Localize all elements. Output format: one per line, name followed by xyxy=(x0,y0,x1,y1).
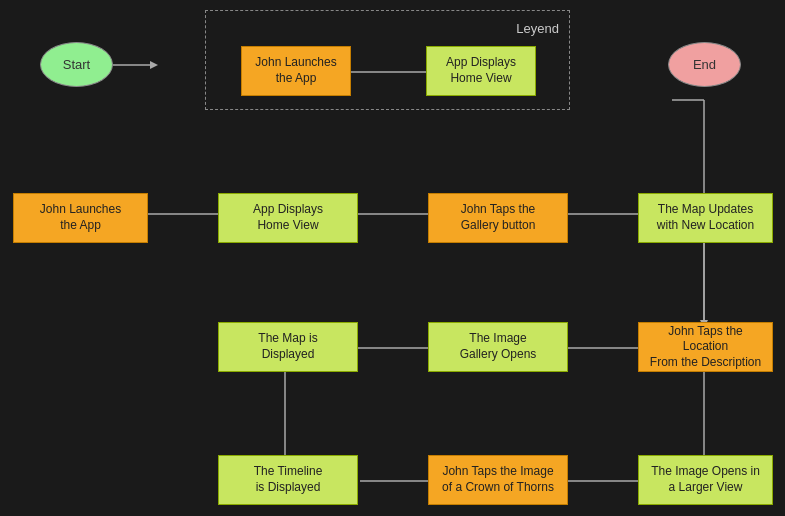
legend-label: Leyend xyxy=(516,21,559,36)
row2-col4: John Taps the Location From the Descript… xyxy=(638,322,773,372)
legend-box: Leyend John Launches the App App Display… xyxy=(205,10,570,110)
row1-col2: App Displays Home View xyxy=(218,193,358,243)
start-oval: Start xyxy=(40,42,113,87)
row1-col1: John Launches the App xyxy=(13,193,148,243)
legend-node-2: App Displays Home View xyxy=(426,46,536,96)
row3-col3: John Taps the Image of a Crown of Thorns xyxy=(428,455,568,505)
svg-marker-1 xyxy=(150,61,158,69)
row3-col4: The Image Opens in a Larger View xyxy=(638,455,773,505)
row1-col4: The Map Updates with New Location xyxy=(638,193,773,243)
row3-col2: The Timeline is Displayed xyxy=(218,455,358,505)
row1-col3: John Taps the Gallery button xyxy=(428,193,568,243)
row2-col3: The Image Gallery Opens xyxy=(428,322,568,372)
end-oval: End xyxy=(668,42,741,87)
row2-col2: The Map is Displayed xyxy=(218,322,358,372)
canvas: Leyend John Launches the App App Display… xyxy=(0,0,785,516)
legend-node-1: John Launches the App xyxy=(241,46,351,96)
